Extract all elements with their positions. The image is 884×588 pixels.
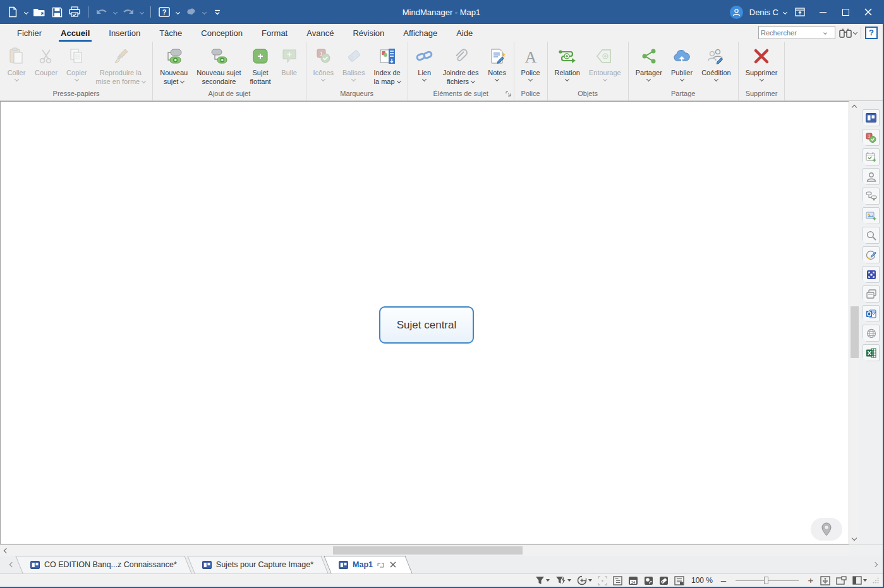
entourage-button[interactable]: Entourage [584,44,626,83]
relation-button[interactable]: Relation [550,44,584,83]
undo-button[interactable] [94,4,109,20]
panel-capture-button[interactable] [863,266,880,283]
resize-grip[interactable] [873,577,879,584]
scroll-left-button[interactable] [0,545,11,556]
search-dropdown-icon[interactable] [823,31,827,35]
tab-revision[interactable]: Révision [343,24,394,42]
dialog-launcher-icon[interactable] [506,91,512,97]
panel-library-button[interactable] [863,207,880,224]
panel-tasks-button[interactable] [863,148,880,165]
icones-button[interactable]: 1 Icônes [309,44,338,83]
couper-button[interactable]: Couper [30,44,62,77]
zoom-slider-thumb[interactable] [764,577,768,584]
fit-selection-button[interactable] [598,576,607,585]
minimize-button[interactable] [813,4,832,20]
document-tab-2[interactable]: Sujets pour Capture Image* [190,556,326,573]
close-tab-icon[interactable] [389,560,397,570]
help-panel-button[interactable]: ? [865,27,878,39]
bulle-button[interactable]: Bulle [275,44,303,77]
fit-map-button[interactable] [820,576,830,585]
presentation-layout-button[interactable] [836,576,847,585]
document-tab-map1[interactable]: Map1 [326,556,410,573]
horizontal-scrollbar[interactable] [0,544,883,556]
search-input[interactable] [761,29,824,37]
panel-format-button[interactable] [863,246,880,263]
map-canvas[interactable]: Sujet central [0,101,849,544]
help-dropdown[interactable] [174,8,181,16]
tab-accueil[interactable]: Accueil [51,24,99,42]
panel-search-button[interactable] [863,227,880,244]
panel-excel-button[interactable] [863,344,880,361]
notes-status-button[interactable] [674,576,684,585]
tab-scroll-left-button[interactable] [4,556,18,573]
zoom-in-button[interactable]: + [807,577,814,584]
coedition-button[interactable]: Coédition [697,44,735,83]
open-button[interactable] [32,4,47,20]
supprimer-button[interactable]: Supprimer [741,44,782,83]
nouveau-sujet-secondaire-button[interactable]: Nouveau sujet secondaire [192,44,245,86]
customize-quick-access-button[interactable] [210,4,225,20]
tags-status-button[interactable] [659,576,669,585]
logo-dropdown[interactable] [201,8,207,16]
user-name[interactable]: Denis C [749,8,778,17]
redo-button[interactable] [121,4,136,20]
maximize-button[interactable] [836,4,855,20]
user-dropdown-icon[interactable] [783,9,787,14]
filter-button[interactable] [535,576,550,585]
detach-tab-icon[interactable] [377,559,384,570]
panel-web-button[interactable] [863,325,880,342]
balises-button[interactable]: Balises [338,44,369,83]
tab-avance[interactable]: Avancé [297,24,343,42]
lien-button[interactable]: Lien [411,44,439,83]
tab-aide[interactable]: Aide [447,24,482,42]
tab-insertion[interactable]: Insertion [99,24,150,42]
zoom-out-button[interactable]: – [720,577,727,584]
redo-dropdown[interactable] [138,8,145,16]
central-topic[interactable]: Sujet central [379,306,474,344]
save-button[interactable] [49,4,64,20]
tab-fichier[interactable]: Fichier [8,24,51,42]
markers-status-button[interactable] [644,576,653,585]
panel-resources-button[interactable] [863,168,880,185]
undo-dropdown[interactable] [112,8,118,16]
close-button[interactable] [859,4,878,20]
partager-button[interactable]: Partager [631,44,667,83]
vertical-scrollbar[interactable] [849,101,859,544]
nouveau-sujet-button[interactable]: Nouveau sujet [155,44,192,86]
power-filter-button[interactable] [555,576,571,585]
panels-button[interactable] [852,576,867,585]
zoom-slider[interactable] [736,580,799,581]
find-dropdown-icon[interactable] [853,30,857,35]
tab-scroll-right-button[interactable] [873,556,879,573]
vertical-scroll-thumb[interactable] [851,306,859,358]
index-de-la-map-button[interactable]: Index de la map [369,44,404,86]
outline-view-button[interactable] [613,576,622,585]
gantt-button[interactable]: 24 [628,576,638,585]
tab-affichage[interactable]: Affichage [394,24,447,42]
panel-windows-button[interactable] [863,285,880,303]
scroll-up-button[interactable] [849,101,860,112]
tab-conception[interactable]: Conception [191,24,252,42]
publier-button[interactable]: Publier [667,44,697,83]
sync-view-button[interactable] [577,575,592,585]
print-button[interactable] [67,4,82,20]
notes-button[interactable]: Notes [483,44,511,83]
panel-outlook-button[interactable] [863,305,880,322]
vertical-scroll-track[interactable] [849,112,859,534]
tab-tache[interactable]: Tâche [150,24,191,42]
panel-markers-button[interactable]: 1 [863,129,880,146]
joindre-des-fichiers-button[interactable]: Joindre des fichiers [439,44,483,86]
user-avatar[interactable] [730,6,743,19]
horizontal-scroll-track[interactable] [11,545,849,556]
tab-format[interactable]: Format [252,24,297,42]
copier-button[interactable]: Copier [62,44,91,83]
search-box[interactable] [758,26,835,39]
coller-button[interactable]: Coller [3,44,30,83]
panel-maps-button[interactable] [863,109,880,126]
new-document-button[interactable] [5,4,20,20]
police-button[interactable]: A Police [517,44,545,83]
help-button[interactable]: ? [157,4,172,20]
location-pill[interactable] [811,518,842,541]
scroll-down-button[interactable] [849,534,860,544]
horizontal-scroll-thumb[interactable] [333,546,523,555]
